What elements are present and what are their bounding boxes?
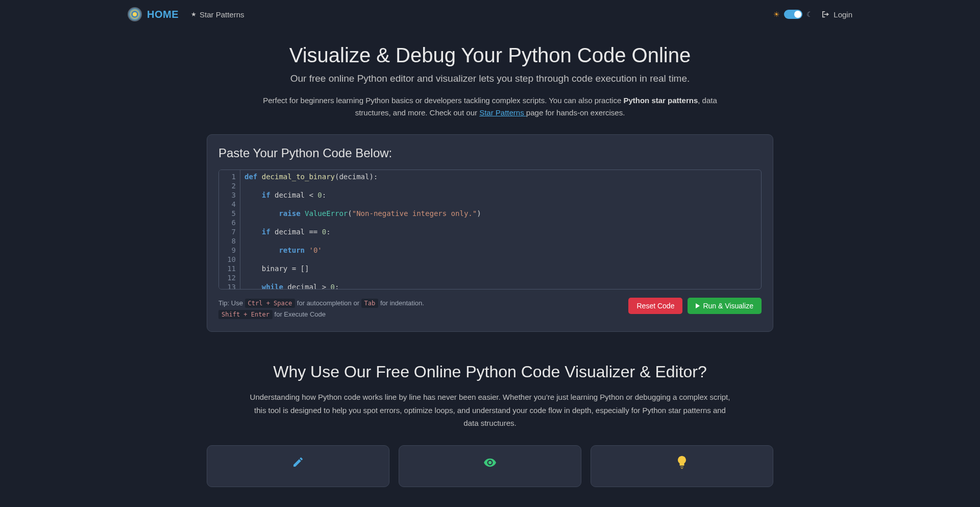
star-patterns-label: Star Patterns [200,10,244,19]
star-patterns-link[interactable]: ★ Star Patterns [191,10,244,19]
login-link[interactable]: Login [822,10,852,19]
code-content[interactable]: def decimal_to_binary(decimal): if decim… [240,170,761,289]
header-left: HOME ★ Star Patterns [128,7,244,21]
feature-card-visualize [399,445,581,487]
kbd-autocomplete: Ctrl + Space [245,299,296,308]
home-link[interactable]: HOME [128,7,179,21]
editor-label: Paste Your Python Code Below: [218,146,762,160]
header: HOME ★ Star Patterns ☀ ☾ Login [0,0,980,29]
sun-icon: ☀ [773,10,780,18]
theme-toggle-group: ☀ ☾ [773,10,813,19]
home-label: HOME [147,9,179,20]
login-label: Login [834,10,852,19]
run-button[interactable]: Run & Visualize [688,298,762,314]
svg-point-1 [133,12,137,16]
star-patterns-inline-link[interactable]: Star Patterns [479,108,526,117]
button-group: Reset Code Run & Visualize [628,298,762,314]
lightbulb-icon [601,456,763,472]
hero-subtitle: Our free online Python editor and visual… [207,73,773,84]
reset-button[interactable]: Reset Code [628,298,682,314]
pencil-icon [217,456,379,471]
login-icon [822,11,829,18]
feature-card-learn [591,445,773,487]
main-content: Visualize & Debug Your Python Code Onlin… [197,29,783,502]
kbd-tab: Tab [361,299,379,308]
toggle-knob [794,11,801,18]
feature-card-write [207,445,389,487]
play-icon [696,303,700,308]
python-logo-icon [128,7,142,21]
intro-text: Perfect for beginners learning Python ba… [260,94,720,119]
header-right: ☀ ☾ Login [773,10,852,19]
moon-icon: ☾ [806,10,813,18]
star-icon: ★ [191,11,197,18]
line-numbers: 12345678910111213 [219,170,240,289]
editor-card: Paste Your Python Code Below: 1234567891… [207,134,773,332]
code-editor[interactable]: 12345678910111213 def decimal_to_binary(… [218,170,762,289]
feature-row [207,445,773,487]
editor-footer: Tip: Use Ctrl + Space for autocompletion… [218,298,762,320]
kbd-execute: Shift + Enter [218,310,273,319]
hero-title: Visualize & Debug Your Python Code Onlin… [207,44,773,67]
theme-toggle[interactable] [784,10,802,19]
editor-tips: Tip: Use Ctrl + Space for autocompletion… [218,298,424,320]
eye-icon [409,456,571,472]
why-text: Understanding how Python code works line… [248,391,732,430]
why-title: Why Use Our Free Online Python Code Visu… [207,363,773,381]
